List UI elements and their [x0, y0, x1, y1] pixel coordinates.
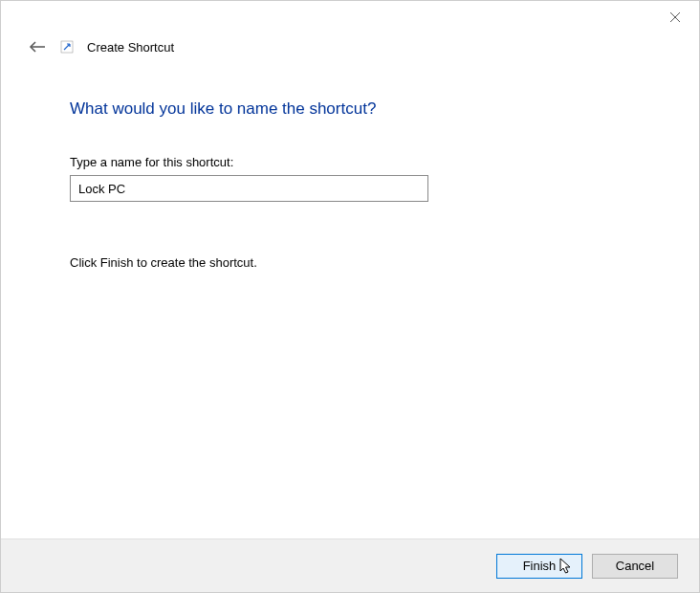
name-field-label: Type a name for this shortcut:	[70, 155, 630, 169]
shortcut-name-input[interactable]	[70, 175, 428, 202]
finish-button[interactable]: Finish	[496, 554, 582, 579]
header-row: Create Shortcut	[1, 37, 699, 56]
content-area: What would you like to name the shortcut…	[1, 56, 699, 538]
wizard-title: Create Shortcut	[87, 40, 174, 55]
titlebar	[1, 1, 699, 37]
shortcut-icon	[60, 40, 74, 54]
back-button[interactable]	[28, 37, 47, 56]
footer: Finish Cancel	[1, 538, 699, 592]
create-shortcut-wizard: Create Shortcut What would you like to n…	[0, 0, 700, 593]
close-icon	[669, 11, 681, 23]
instruction-text: Click Finish to create the shortcut.	[70, 255, 630, 270]
cancel-button[interactable]: Cancel	[592, 554, 678, 579]
page-heading: What would you like to name the shortcut…	[70, 99, 630, 119]
back-arrow-icon	[29, 40, 46, 54]
close-button[interactable]	[653, 3, 697, 32]
